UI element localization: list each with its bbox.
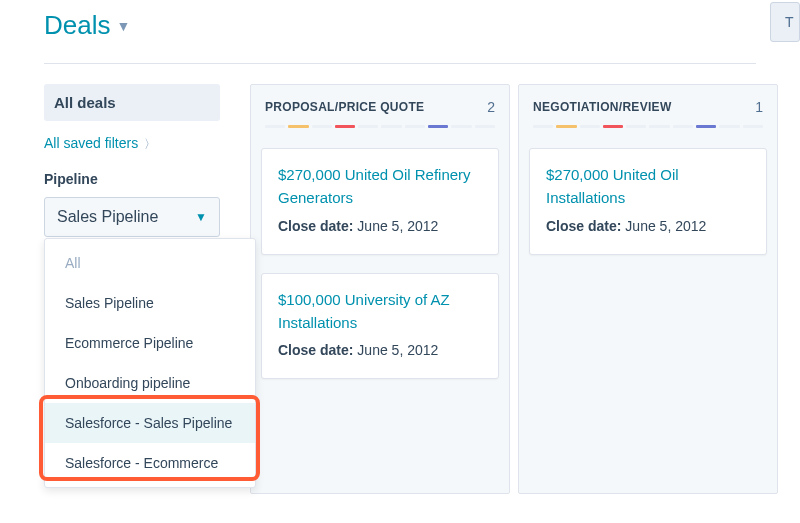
column-title: NEGOTIATION/REVIEW bbox=[533, 100, 672, 114]
pipeline-option[interactable]: Sales Pipeline bbox=[45, 283, 255, 323]
deal-card-title[interactable]: $100,000 University of AZ Installations bbox=[278, 288, 482, 335]
pipeline-select[interactable]: Sales Pipeline ▼ bbox=[44, 197, 220, 237]
deal-card-meta: Close date: June 5, 2012 bbox=[278, 218, 482, 234]
column-count: 1 bbox=[755, 99, 763, 115]
top-right-button[interactable]: T bbox=[770, 2, 800, 42]
deal-board: PROPOSAL/PRICE QUOTE2$270,000 United Oil… bbox=[250, 84, 778, 494]
all-saved-filters-link[interactable]: All saved filters 〉 bbox=[44, 121, 220, 171]
stage-stripe bbox=[519, 125, 777, 138]
close-date-value: June 5, 2012 bbox=[357, 342, 438, 358]
page-title: Deals bbox=[44, 10, 110, 41]
caret-down-icon: ▼ bbox=[195, 210, 207, 224]
pipeline-option[interactable]: Salesforce - Sales Pipeline bbox=[45, 403, 255, 443]
deal-card-meta: Close date: June 5, 2012 bbox=[546, 218, 750, 234]
deal-card-title[interactable]: $270,000 United Oil Refinery Generators bbox=[278, 163, 482, 210]
column-title: PROPOSAL/PRICE QUOTE bbox=[265, 100, 424, 114]
content-area: All deals All saved filters 〉 Pipeline S… bbox=[44, 84, 756, 494]
deal-card[interactable]: $270,000 United Oil Refinery GeneratorsC… bbox=[261, 148, 499, 255]
caret-down-icon: ▼ bbox=[116, 18, 130, 34]
pipeline-label: Pipeline bbox=[44, 171, 220, 187]
stage-stripe bbox=[251, 125, 509, 138]
pipeline-option[interactable]: Ecommerce Pipeline bbox=[45, 323, 255, 363]
column-header: PROPOSAL/PRICE QUOTE2 bbox=[251, 85, 509, 125]
sidebar: All deals All saved filters 〉 Pipeline S… bbox=[44, 84, 220, 237]
pipeline-dropdown: AllSales PipelineEcommerce PipelineOnboa… bbox=[44, 238, 256, 488]
deal-card-meta: Close date: June 5, 2012 bbox=[278, 342, 482, 358]
deal-card[interactable]: $270,000 United Oil InstallationsClose d… bbox=[529, 148, 767, 255]
close-date-value: June 5, 2012 bbox=[357, 218, 438, 234]
close-date-label: Close date: bbox=[546, 218, 625, 234]
deals-title-dropdown[interactable]: Deals ▼ bbox=[44, 10, 130, 41]
pipeline-option[interactable]: Salesforce - Ecommerce bbox=[45, 443, 255, 483]
page-header: Deals ▼ bbox=[44, 10, 756, 64]
pipeline-option[interactable]: All bbox=[45, 243, 255, 283]
close-date-value: June 5, 2012 bbox=[625, 218, 706, 234]
deal-card[interactable]: $100,000 University of AZ InstallationsC… bbox=[261, 273, 499, 380]
deal-card-title[interactable]: $270,000 United Oil Installations bbox=[546, 163, 750, 210]
board-column: PROPOSAL/PRICE QUOTE2$270,000 United Oil… bbox=[250, 84, 510, 494]
column-count: 2 bbox=[487, 99, 495, 115]
board-column: NEGOTIATION/REVIEW1$270,000 United Oil I… bbox=[518, 84, 778, 494]
close-date-label: Close date: bbox=[278, 218, 357, 234]
chevron-right-icon: 〉 bbox=[144, 137, 156, 151]
pipeline-option[interactable]: Onboarding pipeline bbox=[45, 363, 255, 403]
all-deals-filter[interactable]: All deals bbox=[44, 84, 220, 121]
column-header: NEGOTIATION/REVIEW1 bbox=[519, 85, 777, 125]
close-date-label: Close date: bbox=[278, 342, 357, 358]
